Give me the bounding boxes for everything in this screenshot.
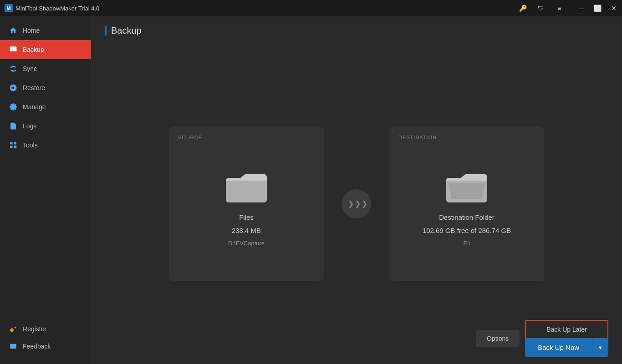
sidebar-label-tools: Tools: [23, 142, 38, 149]
page-header: Backup: [91, 16, 622, 43]
sidebar-item-feedback[interactable]: Feedback: [0, 338, 91, 355]
sidebar-item-manage[interactable]: Manage: [0, 97, 91, 116]
arrow-symbol: ❯❯❯: [348, 199, 368, 208]
sidebar-label-backup: Backup: [23, 46, 44, 53]
sidebar: Home Backup Sync Restore: [0, 16, 91, 364]
close-button[interactable]: ✕: [606, 0, 622, 16]
main-content: Backup SOURCE Files 238.4 MB: [91, 16, 622, 364]
sidebar-item-logs[interactable]: Logs: [0, 116, 91, 136]
sidebar-item-tools[interactable]: Tools: [0, 136, 91, 155]
key-icon-btn[interactable]: 🔑: [515, 0, 531, 16]
sidebar-label-manage: Manage: [23, 103, 46, 111]
register-label: Register: [23, 325, 46, 333]
svg-rect-4: [226, 178, 267, 202]
feedback-icon: [9, 342, 17, 350]
source-size: 238.4 MB: [232, 227, 261, 234]
source-path: D:\EVCapture: [228, 240, 265, 247]
app-logo-icon: M: [5, 4, 13, 12]
sidebar-item-home[interactable]: Home: [0, 21, 91, 40]
sidebar-item-sync[interactable]: Sync: [0, 59, 91, 78]
page-title: Backup: [111, 25, 142, 36]
sync-icon: [9, 65, 17, 73]
source-card[interactable]: SOURCE Files 238.4 MB D:\EVCapture: [169, 126, 324, 281]
menu-icon-btn[interactable]: ≡: [551, 0, 567, 16]
sidebar-label-sync: Sync: [23, 65, 37, 72]
app-title: MiniTool ShadowMaker Trial 4.0: [15, 5, 99, 12]
source-folder-icon: [226, 170, 267, 204]
options-button[interactable]: Options: [476, 330, 520, 347]
app-layout: Home Backup Sync Restore: [0, 16, 622, 364]
source-name: Files: [239, 213, 254, 221]
minimize-button[interactable]: —: [573, 0, 589, 16]
dropdown-arrow-icon: ▼: [598, 345, 603, 350]
backup-icon: [9, 46, 17, 54]
arrow-connector: ❯❯❯: [342, 189, 371, 218]
logs-icon: [9, 122, 17, 130]
destination-folder-icon: [446, 170, 487, 204]
feedback-label: Feedback: [23, 343, 51, 350]
sidebar-bottom: Register Feedback: [0, 320, 91, 364]
header-accent: [105, 26, 107, 36]
destination-card[interactable]: DESTINATION Destination Folder 102.69 GB…: [389, 126, 544, 281]
restore-button[interactable]: ⬜: [589, 0, 606, 16]
source-label: SOURCE: [178, 135, 202, 140]
backup-later-label: Back Up Later: [546, 326, 587, 333]
destination-path: F:\: [463, 240, 470, 247]
backup-now-row: Back Up Now ▼: [525, 338, 608, 357]
source-card-wrapper: SOURCE Files 238.4 MB D:\EVCapture: [169, 126, 324, 281]
bottom-bar: Options Back Up Later Back Up Now ▼: [91, 313, 622, 364]
backup-action-group: Back Up Later Back Up Now ▼: [525, 320, 608, 357]
destination-label: DESTINATION: [398, 135, 437, 140]
title-bar: M MiniTool ShadowMaker Trial 4.0 🔑 🛡 ≡ —…: [0, 0, 622, 16]
app-logo: M MiniTool ShadowMaker Trial 4.0: [5, 4, 99, 12]
destination-free-space: 102.69 GB free of 286.74 GB: [418, 227, 515, 234]
window-controls: — ⬜ ✕: [573, 0, 622, 16]
manage-icon: [9, 103, 17, 111]
backup-now-button[interactable]: Back Up Now: [525, 338, 592, 357]
destination-card-wrapper: DESTINATION Destination Folder 102.69 GB…: [389, 126, 544, 281]
sidebar-label-home: Home: [23, 27, 40, 34]
restore-icon: [9, 84, 17, 92]
sidebar-item-restore[interactable]: Restore: [0, 78, 91, 97]
tools-icon: [9, 141, 17, 149]
sidebar-nav: Home Backup Sync Restore: [0, 16, 91, 320]
sidebar-label-logs: Logs: [23, 122, 36, 130]
backup-now-dropdown[interactable]: ▼: [592, 338, 608, 357]
sidebar-label-restore: Restore: [23, 84, 45, 91]
title-bar-extra-icons: 🔑 🛡 ≡: [515, 0, 567, 16]
svg-rect-0: [10, 46, 17, 51]
register-icon: [9, 325, 17, 333]
sidebar-item-register[interactable]: Register: [0, 320, 91, 338]
destination-name: Destination Folder: [439, 213, 495, 221]
sidebar-item-backup[interactable]: Backup: [0, 40, 91, 59]
shield-icon-btn[interactable]: 🛡: [533, 0, 549, 16]
home-icon: [9, 26, 17, 35]
backup-later-button[interactable]: Back Up Later: [525, 320, 608, 338]
